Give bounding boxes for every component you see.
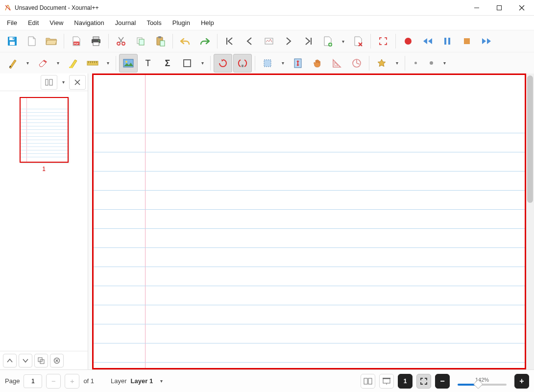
menu-view[interactable]: View <box>45 17 68 28</box>
thickness-fine-button[interactable] <box>408 54 423 73</box>
presentation-button[interactable] <box>379 374 394 389</box>
sidebar-header: ▾ <box>0 74 88 91</box>
zoom-fit-button[interactable] <box>416 374 431 389</box>
setsquare-tool[interactable] <box>328 54 346 73</box>
menu-journal[interactable]: Journal <box>110 17 141 28</box>
sidebar-close-button[interactable] <box>69 75 86 90</box>
page-next-button[interactable]: + <box>65 374 79 389</box>
svg-rect-19 <box>139 39 144 45</box>
page-number-input[interactable] <box>24 374 42 388</box>
duplicate-page-button[interactable] <box>34 354 48 368</box>
next-page-button[interactable] <box>279 32 298 50</box>
close-button[interactable] <box>510 0 533 16</box>
redo-button[interactable] <box>195 32 214 50</box>
export-pdf-button[interactable]: PDF <box>67 32 86 50</box>
eraser-dropdown[interactable]: ▾ <box>53 60 63 66</box>
thickness-dropdown[interactable]: ▾ <box>439 60 449 66</box>
undo-button[interactable] <box>176 32 194 50</box>
vertical-scrollbar[interactable] <box>526 74 534 369</box>
fullscreen-button[interactable] <box>374 32 392 50</box>
svg-text:Σ: Σ <box>165 59 170 68</box>
insert-page-dropdown[interactable]: ▾ <box>338 39 348 44</box>
favorite-dropdown[interactable]: ▾ <box>392 60 402 66</box>
prev-page-button[interactable] <box>240 32 259 50</box>
layer-dropdown[interactable]: ▾ <box>157 378 166 384</box>
zoom-slider[interactable] <box>458 384 507 386</box>
svg-rect-10 <box>93 37 99 39</box>
zoom-in-button[interactable]: + <box>514 374 529 389</box>
copy-button[interactable] <box>131 32 150 50</box>
maximize-button[interactable] <box>488 0 510 16</box>
layer-label: Layer <box>111 377 127 385</box>
eraser-tool[interactable] <box>33 54 52 73</box>
workarea: ▾ 1 <box>0 74 534 369</box>
thickness-medium-button[interactable] <box>424 54 438 73</box>
dot-med-icon <box>430 61 433 65</box>
cut-button[interactable] <box>112 32 130 50</box>
sidebar-view-button[interactable] <box>41 75 57 90</box>
text-tool[interactable]: T <box>139 54 157 73</box>
shape-tool[interactable] <box>178 54 196 73</box>
zoom-100-button[interactable]: 1 <box>398 374 413 389</box>
insert-page-button[interactable] <box>318 32 337 50</box>
svg-rect-47 <box>242 65 243 67</box>
select-dropdown[interactable]: ▾ <box>278 60 288 66</box>
image-tool[interactable] <box>119 54 138 73</box>
save-button[interactable] <box>3 32 22 50</box>
svg-rect-21 <box>158 36 161 38</box>
sidebar-view-dropdown[interactable]: ▾ <box>58 79 68 85</box>
new-button[interactable] <box>23 32 41 50</box>
open-button[interactable] <box>42 32 61 50</box>
paired-pages-button[interactable] <box>361 374 375 389</box>
menu-file[interactable]: File <box>2 17 22 28</box>
zoom-out-button[interactable]: − <box>435 374 450 389</box>
compass-tool[interactable] <box>347 54 366 73</box>
favorite-button[interactable] <box>372 54 391 73</box>
statusbar: Page − + of 1 Layer Layer 1 ▾ 1 − 142% + <box>0 369 534 392</box>
app-icon <box>4 4 12 12</box>
paste-button[interactable] <box>151 32 170 50</box>
pen-dropdown[interactable]: ▾ <box>23 60 32 66</box>
page-prev-button[interactable]: − <box>46 374 61 389</box>
last-page-button[interactable] <box>299 32 317 50</box>
highlighter-tool[interactable] <box>64 54 82 73</box>
page-up-button[interactable] <box>3 354 17 368</box>
thumbnail-label: 1 <box>6 166 82 172</box>
grid-snap-button[interactable] <box>233 54 252 73</box>
forward-button[interactable] <box>477 32 496 50</box>
menu-tools[interactable]: Tools <box>142 17 166 28</box>
menu-navigation[interactable]: Navigation <box>69 17 109 28</box>
ruler-tool[interactable] <box>83 54 102 73</box>
svg-rect-64 <box>383 379 390 383</box>
svg-rect-48 <box>264 60 271 67</box>
page-canvas[interactable] <box>92 74 526 369</box>
menu-edit[interactable]: Edit <box>23 17 44 28</box>
pen-tool[interactable] <box>3 54 22 73</box>
hand-tool[interactable] <box>308 54 327 73</box>
tex-tool[interactable]: Σ <box>158 54 177 73</box>
sidebar-footer <box>0 351 88 369</box>
pause-button[interactable] <box>438 32 457 50</box>
print-button[interactable] <box>87 32 105 50</box>
delete-page-button[interactable] <box>349 32 367 50</box>
rotate-snap-button[interactable] <box>214 54 232 73</box>
page-down-button[interactable] <box>19 354 32 368</box>
select-rect-tool[interactable] <box>258 54 277 73</box>
stop-button[interactable] <box>458 32 476 50</box>
menu-plugin[interactable]: Plugin <box>168 17 195 28</box>
sidebar: ▾ 1 <box>0 74 88 369</box>
highlighter-dropdown[interactable]: ▾ <box>103 60 113 66</box>
annotated-pages-button[interactable] <box>260 32 278 50</box>
vertical-space-tool[interactable] <box>289 54 307 73</box>
page-thumbnail-1[interactable] <box>20 97 69 163</box>
canvas-area <box>88 74 534 369</box>
minimize-button[interactable] <box>465 0 488 16</box>
record-button[interactable] <box>399 32 417 50</box>
shape-dropdown[interactable]: ▾ <box>197 60 207 66</box>
rewind-button[interactable] <box>418 32 437 50</box>
svg-rect-22 <box>160 41 165 46</box>
first-page-button[interactable] <box>220 32 239 50</box>
delete-thumb-button[interactable] <box>50 354 64 368</box>
svg-rect-34 <box>464 38 470 44</box>
menu-help[interactable]: Help <box>196 17 219 28</box>
